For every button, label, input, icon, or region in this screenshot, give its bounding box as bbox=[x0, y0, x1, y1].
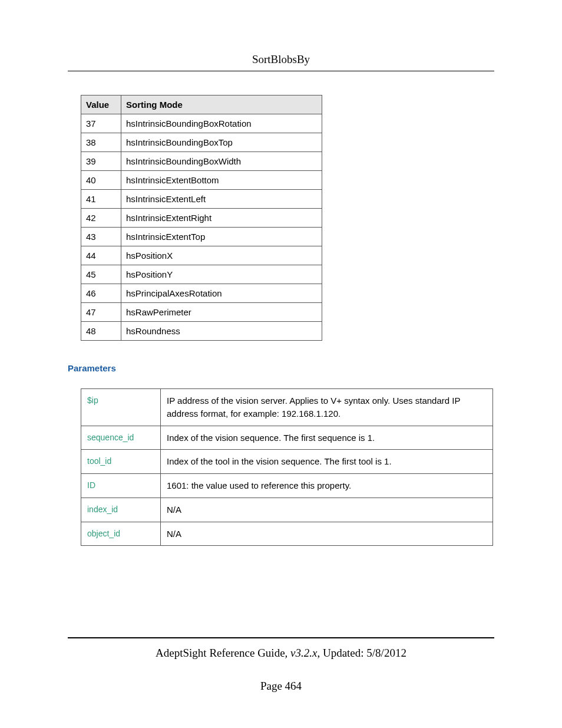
table-row: 45hsPositionY bbox=[81, 265, 322, 284]
cell-mode: hsIntrinsicExtentTop bbox=[121, 228, 322, 246]
cell-mode: hsPositionX bbox=[121, 246, 322, 265]
cell-mode: hsIntrinsicExtentLeft bbox=[121, 190, 322, 209]
table-row: 40hsIntrinsicExtentBottom bbox=[81, 171, 322, 190]
page-footer: AdeptSight Reference Guide, v3.2.x, Upda… bbox=[68, 637, 494, 693]
cell-param-name: ID bbox=[81, 474, 161, 498]
table-row: sequence_idIndex of the vision sequence.… bbox=[81, 426, 493, 450]
page-header-title: SortBlobsBy bbox=[68, 53, 494, 71]
header-rule bbox=[68, 71, 494, 71]
cell-value: 45 bbox=[81, 265, 121, 284]
cell-mode: hsIntrinsicBoundingBoxTop bbox=[121, 133, 322, 152]
col-header-mode: Sorting Mode bbox=[121, 95, 322, 114]
cell-mode: hsPositionY bbox=[121, 265, 322, 284]
cell-value: 40 bbox=[81, 171, 121, 190]
table-row: 47hsRawPerimeter bbox=[81, 303, 322, 322]
cell-param-name: sequence_id bbox=[81, 426, 161, 450]
cell-value: 44 bbox=[81, 246, 121, 265]
table-row: 44hsPositionX bbox=[81, 246, 322, 265]
cell-value: 46 bbox=[81, 284, 121, 303]
cell-mode: hsIntrinsicBoundingBoxRotation bbox=[121, 114, 322, 133]
cell-value: 47 bbox=[81, 303, 121, 322]
cell-value: 48 bbox=[81, 322, 121, 341]
cell-value: 39 bbox=[81, 152, 121, 171]
footer-rule bbox=[68, 637, 494, 638]
table-row: 43hsIntrinsicExtentTop bbox=[81, 228, 322, 246]
table-row: tool_idIndex of the tool in the vision s… bbox=[81, 450, 493, 474]
cell-param-name: object_id bbox=[81, 522, 161, 546]
footer-updated-label: , Updated: bbox=[317, 647, 366, 659]
cell-param-desc: Index of the vision sequence. The first … bbox=[161, 426, 493, 450]
cell-mode: hsRoundness bbox=[121, 322, 322, 341]
footer-line: AdeptSight Reference Guide, v3.2.x, Upda… bbox=[68, 647, 494, 660]
footer-page: Page 464 bbox=[68, 680, 494, 693]
footer-guide: AdeptSight Reference Guide bbox=[156, 647, 285, 659]
table-row: 46hsPrincipalAxesRotation bbox=[81, 284, 322, 303]
cell-param-name: tool_id bbox=[81, 450, 161, 474]
table-row: object_idN/A bbox=[81, 522, 493, 546]
cell-mode: hsIntrinsicExtentRight bbox=[121, 209, 322, 228]
table-row: 41hsIntrinsicExtentLeft bbox=[81, 190, 322, 209]
col-header-value: Value bbox=[81, 95, 121, 114]
cell-value: 38 bbox=[81, 133, 121, 152]
footer-updated-date: 5/8/2012 bbox=[366, 647, 406, 659]
cell-value: 37 bbox=[81, 114, 121, 133]
footer-version: v3.2.x bbox=[290, 647, 317, 659]
cell-value: 43 bbox=[81, 228, 121, 246]
cell-mode: hsIntrinsicBoundingBoxWidth bbox=[121, 152, 322, 171]
parameters-heading: Parameters bbox=[68, 363, 494, 373]
footer-sep: , bbox=[285, 647, 291, 659]
cell-param-desc: N/A bbox=[161, 498, 493, 522]
table-row: 42hsIntrinsicExtentRight bbox=[81, 209, 322, 228]
sorting-mode-table: Value Sorting Mode 37hsIntrinsicBounding… bbox=[81, 95, 322, 341]
cell-param-desc: Index of the tool in the vision sequence… bbox=[161, 450, 493, 474]
cell-value: 41 bbox=[81, 190, 121, 209]
footer-page-label: Page bbox=[260, 680, 285, 692]
table-row: 39hsIntrinsicBoundingBoxWidth bbox=[81, 152, 322, 171]
table-row: 48hsRoundness bbox=[81, 322, 322, 341]
table-row: $ipIP address of the vision server. Appl… bbox=[81, 389, 493, 426]
table-row: index_idN/A bbox=[81, 498, 493, 522]
cell-mode: hsPrincipalAxesRotation bbox=[121, 284, 322, 303]
cell-param-name: index_id bbox=[81, 498, 161, 522]
cell-param-name: $ip bbox=[81, 389, 161, 426]
cell-param-desc: N/A bbox=[161, 522, 493, 546]
cell-mode: hsIntrinsicExtentBottom bbox=[121, 171, 322, 190]
table-header-row: Value Sorting Mode bbox=[81, 95, 322, 114]
table-row: 38hsIntrinsicBoundingBoxTop bbox=[81, 133, 322, 152]
cell-mode: hsRawPerimeter bbox=[121, 303, 322, 322]
parameters-table: $ipIP address of the vision server. Appl… bbox=[81, 388, 493, 546]
table-row: 37hsIntrinsicBoundingBoxRotation bbox=[81, 114, 322, 133]
cell-value: 42 bbox=[81, 209, 121, 228]
cell-param-desc: 1601: the value used to reference this p… bbox=[161, 474, 493, 498]
footer-page-number: 464 bbox=[285, 680, 302, 692]
cell-param-desc: IP address of the vision server. Applies… bbox=[161, 389, 493, 426]
table-row: ID1601: the value used to reference this… bbox=[81, 474, 493, 498]
